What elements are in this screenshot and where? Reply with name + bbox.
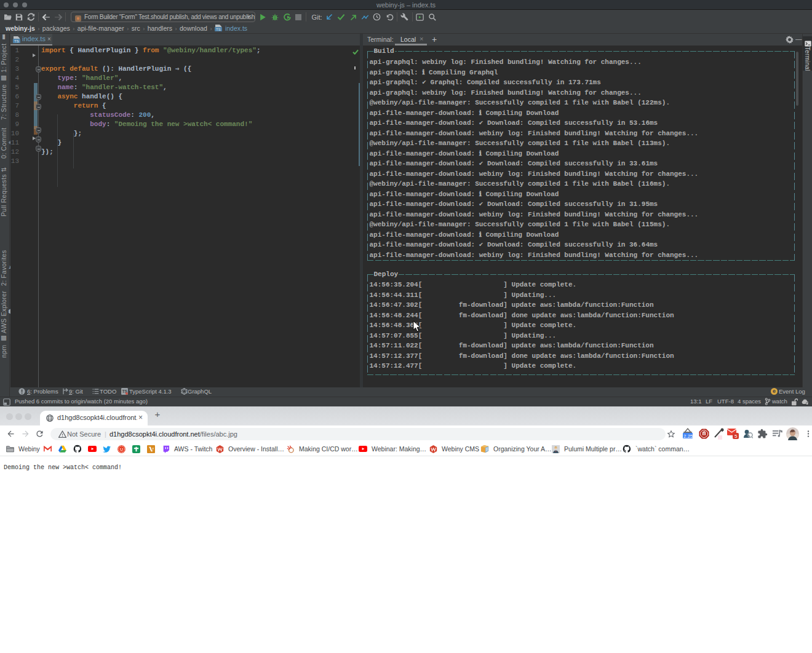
svg-text:TS: TS xyxy=(14,39,19,43)
svg-text:TS: TS xyxy=(216,28,221,31)
svg-text:5: 5 xyxy=(734,433,738,439)
svg-text:2.25: 2.25 xyxy=(683,433,693,439)
